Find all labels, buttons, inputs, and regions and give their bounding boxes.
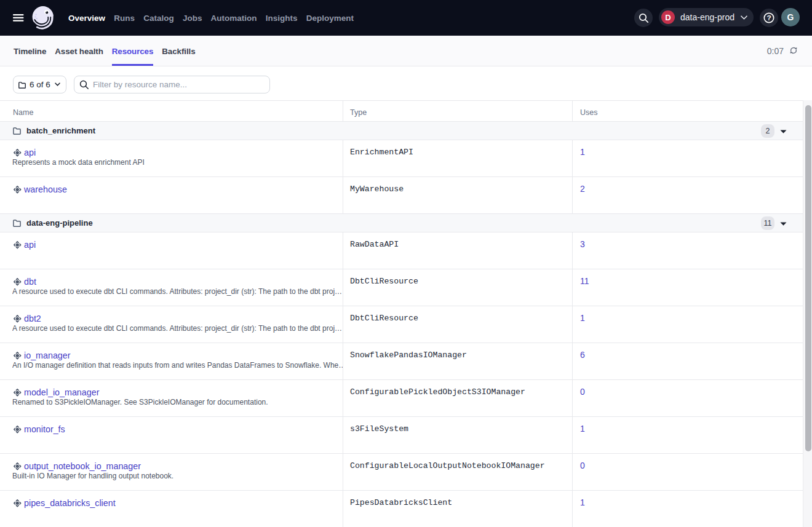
svg-text:?: ? — [766, 14, 771, 22]
